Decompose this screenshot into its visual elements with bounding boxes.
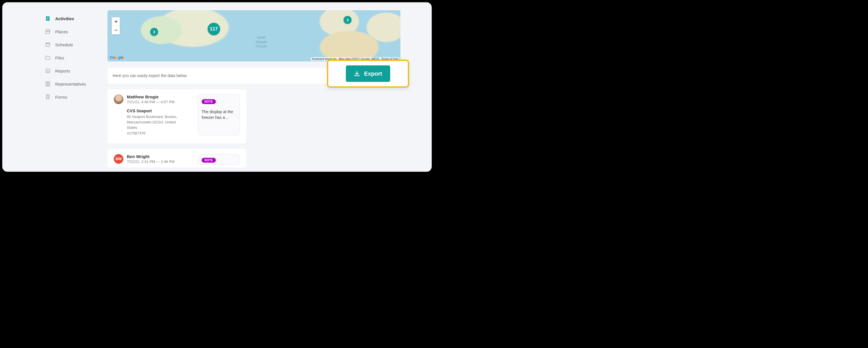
calendar-icon: [45, 42, 51, 48]
person-name: Ben Wright: [127, 154, 175, 159]
sidebar-item-files[interactable]: Files: [45, 51, 107, 64]
note-card[interactable]: NOTE The display at the freezer has a…: [198, 94, 240, 135]
activity-card[interactable]: BW Ben Wright 7/21/21, 2:31 PM — 2:46 PM…: [107, 149, 246, 167]
activity-time: 7/21/21, 4:46 PM — 4:57 PM: [127, 100, 175, 104]
svg-rect-0: [46, 17, 50, 21]
svg-rect-1: [47, 16, 49, 17]
clipboard-icon: [45, 15, 51, 21]
export-button[interactable]: Export: [346, 65, 390, 82]
svg-rect-13: [46, 82, 50, 86]
folder-icon: [45, 55, 51, 61]
map[interactable]: NorthAtlanticOcean + − 3 117 3 Google Ke…: [107, 10, 400, 61]
sidebar-item-label: Representatives: [55, 82, 86, 87]
google-logo: Google: [110, 55, 124, 60]
sidebar-item-label: Schedule: [55, 42, 73, 47]
svg-point-14: [47, 83, 49, 84]
sidebar-item-label: Places: [55, 29, 68, 34]
sidebar-item-label: Reports: [55, 68, 70, 73]
export-bar: Here you can easily export the data belo…: [107, 68, 400, 84]
sidebar-item-forms[interactable]: Forms: [45, 90, 107, 103]
avatar: [114, 94, 123, 104]
export-button-label: Export: [364, 70, 382, 77]
place-id: #17567376: [127, 131, 193, 135]
bar-chart-icon: [45, 68, 51, 74]
app-frame: Activities Places: [2, 2, 432, 172]
note-card[interactable]: NOTE: [198, 154, 240, 165]
sidebar-item-label: Forms: [55, 95, 67, 99]
map-cluster[interactable]: 3: [150, 28, 158, 36]
activity-time: 7/21/21, 2:31 PM — 2:46 PM: [127, 159, 175, 164]
place-address: 85 Seaport Boulevard, Boston, Massachuse…: [127, 114, 187, 130]
zoom-out-button[interactable]: −: [112, 26, 120, 34]
sidebar-item-representatives[interactable]: Representatives: [45, 77, 107, 90]
place-name: CVS Seaport: [127, 108, 193, 113]
map-cluster[interactable]: 3: [344, 16, 351, 24]
sidebar-item-places[interactable]: Places: [45, 25, 107, 38]
export-callout: Export: [327, 60, 409, 88]
export-hint-text: Here you can easily export the data belo…: [113, 73, 187, 78]
avatar: BW: [114, 154, 123, 164]
sidebar: Activities Places: [2, 2, 107, 172]
sidebar-item-schedule[interactable]: Schedule: [45, 38, 107, 51]
note-text: The display at the freezer has a…: [202, 109, 236, 120]
ocean-label: NorthAtlanticOcean: [255, 35, 268, 49]
sidebar-item-label: Activities: [55, 16, 74, 21]
activity-list: Matthew Brogie 7/21/21, 4:46 PM — 4:57 P…: [107, 89, 246, 167]
sidebar-item-reports[interactable]: Reports: [45, 64, 107, 77]
note-badge: NOTE: [202, 158, 216, 163]
activity-card[interactable]: Matthew Brogie 7/21/21, 4:46 PM — 4:57 P…: [107, 89, 246, 143]
sidebar-item-label: Files: [55, 56, 64, 60]
person-name: Matthew Brogie: [127, 94, 175, 99]
zoom-in-button[interactable]: +: [112, 17, 120, 26]
map-zoom-control: + −: [112, 17, 120, 35]
sidebar-item-activities[interactable]: Activities: [45, 12, 107, 25]
receipt-icon: [45, 94, 51, 100]
svg-rect-5: [46, 43, 50, 46]
main-content: NorthAtlanticOcean + − 3 117 3 Google Ke…: [107, 2, 432, 172]
note-badge: NOTE: [202, 99, 216, 104]
user-badge-icon: [45, 81, 51, 87]
store-icon: [45, 29, 51, 34]
map-cluster[interactable]: 117: [208, 23, 220, 35]
download-icon: [354, 70, 360, 77]
